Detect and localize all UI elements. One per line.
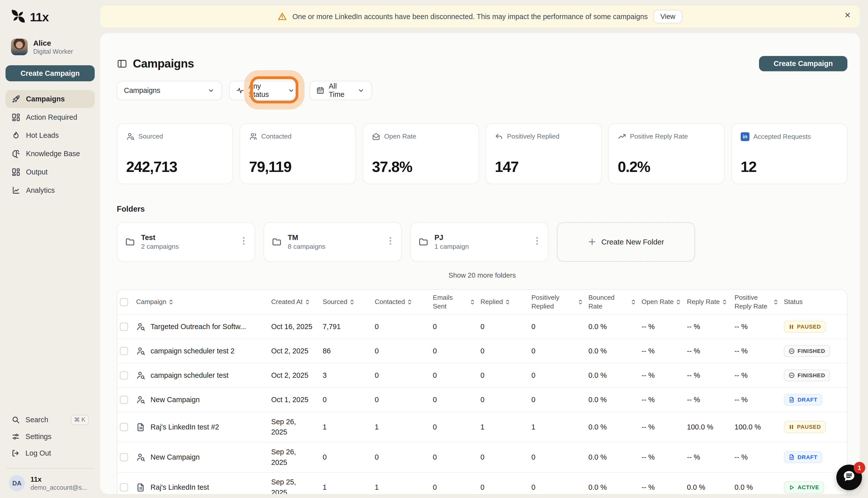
stat-label: Open Rate xyxy=(384,132,416,140)
chat-widget-button[interactable]: 1 xyxy=(837,464,862,490)
column-bounced-rate[interactable]: Bounced Rate xyxy=(588,293,642,311)
mail-open-icon xyxy=(372,132,380,141)
logout-label: Log Out xyxy=(25,449,51,457)
emails-sent-cell: 0 xyxy=(433,423,480,431)
reply-rate-cell: -- % xyxy=(687,371,735,380)
folders-row: Test 2 campaigns TM 8 campaigns xyxy=(117,222,847,262)
kebab-menu-icon[interactable] xyxy=(534,234,540,249)
table-row[interactable]: Targeted Outreach for Softw... Oct 16, 2… xyxy=(117,314,847,339)
folder-count: 2 campaigns xyxy=(141,243,179,250)
column-campaign[interactable]: Campaign xyxy=(136,298,271,306)
created-at-cell: Oct 2, 2025 xyxy=(271,370,323,381)
folder-icon xyxy=(125,237,135,247)
row-checkbox[interactable] xyxy=(120,396,128,404)
banner-message: One or more LinkedIn accounts have been … xyxy=(292,13,648,21)
sidebar-item-output[interactable]: Output xyxy=(5,163,95,181)
stat-card-sourced: Sourced 242,713 xyxy=(117,123,233,184)
column-status[interactable]: Status xyxy=(784,298,847,306)
column-sourced[interactable]: Sourced xyxy=(323,298,375,306)
sourced-cell: 0 xyxy=(323,396,375,404)
row-checkbox[interactable] xyxy=(120,371,128,380)
minus-circle-icon xyxy=(789,372,795,378)
folder-card-test[interactable]: Test 2 campaigns xyxy=(117,222,255,262)
sidebar-item-analytics[interactable]: Analytics xyxy=(5,182,95,199)
plus-icon xyxy=(588,238,596,246)
stat-value: 0.2% xyxy=(618,158,715,175)
pause-icon xyxy=(789,324,794,330)
stats-row: Sourced 242,713 Contacted 79,119 Open Ra… xyxy=(117,123,847,184)
row-checkbox[interactable] xyxy=(120,423,128,431)
file-icon xyxy=(136,483,145,492)
draft-file-icon xyxy=(789,397,795,403)
column-replied[interactable]: Replied xyxy=(480,298,531,306)
sidebar-item-hot-leads[interactable]: Hot Leads xyxy=(5,127,95,145)
kebab-menu-icon[interactable] xyxy=(241,234,247,249)
status-filter-value: Any Status xyxy=(248,82,283,99)
grid-icon xyxy=(12,168,20,176)
status-filter[interactable]: Any Status xyxy=(229,81,302,100)
table-row[interactable]: Raj's LinkedIn test Sep 25, 2025 1 1 0 0… xyxy=(117,472,847,494)
collection-select[interactable]: Campaigns xyxy=(117,81,222,100)
show-more-folders-link[interactable]: Show 20 more folders xyxy=(117,271,847,279)
row-checkbox[interactable] xyxy=(120,483,128,492)
calendar-icon xyxy=(316,87,324,94)
column-emails-sent[interactable]: Emails Sent xyxy=(433,293,480,311)
sidebar-item-action-required[interactable]: Action Required xyxy=(5,108,95,126)
table-body: Targeted Outreach for Softw... Oct 16, 2… xyxy=(117,314,847,494)
close-icon[interactable]: ✕ xyxy=(844,11,851,20)
column-created-at[interactable]: Created At xyxy=(271,298,323,306)
filters-row: Campaigns Any Status All Time xyxy=(117,81,847,100)
sidebar-item-knowledge-base[interactable]: Knowledge Base xyxy=(5,145,95,163)
column-positively-replied[interactable]: Positively Replied xyxy=(531,293,588,311)
create-campaign-button[interactable]: Create Campaign xyxy=(759,56,848,71)
kebab-menu-icon[interactable] xyxy=(387,234,393,249)
sidebar-item-search[interactable]: Search ⌘ K xyxy=(5,412,95,428)
row-checkbox[interactable] xyxy=(120,347,128,355)
table-row[interactable]: campaign scheduler test Oct 2, 2025 3 0 … xyxy=(117,363,847,387)
stat-label: Accepted Requests xyxy=(753,133,811,141)
column-contacted[interactable]: Contacted xyxy=(375,298,433,306)
status-badge: FINISHED xyxy=(784,369,830,381)
account-row[interactable]: DA 11x demo_account@s... xyxy=(5,475,95,491)
column-positive-reply-rate[interactable]: Positive Reply Rate xyxy=(735,293,784,311)
row-checkbox[interactable] xyxy=(120,323,128,331)
table-row[interactable]: New Campaign Oct 1, 2025 0 0 0 0 0 0.0 %… xyxy=(117,387,847,412)
view-button[interactable]: View xyxy=(653,10,683,23)
time-filter[interactable]: All Time xyxy=(309,81,372,100)
folder-card-tm[interactable]: TM 8 campaigns xyxy=(263,222,402,262)
panel-left-icon[interactable] xyxy=(117,58,127,69)
search-label: Search xyxy=(25,416,48,424)
stat-value: 242,713 xyxy=(126,158,223,175)
user-search-icon xyxy=(136,346,145,355)
table-row[interactable]: Raj's LinkedIn test #2 Sep 26, 2025 1 1 … xyxy=(117,412,847,442)
table-row[interactable]: campaign scheduler test 2 Oct 2, 2025 86… xyxy=(117,339,847,363)
table-row[interactable]: New Campaign Sep 26, 2025 0 0 0 0 0 0.0 … xyxy=(117,442,847,472)
replied-cell: 0 xyxy=(480,347,531,355)
stat-label: Positive Reply Rate xyxy=(630,132,688,140)
app-logo[interactable]: 11x xyxy=(5,8,95,27)
column-open-rate[interactable]: Open Rate xyxy=(642,298,687,306)
sidebar-item-settings[interactable]: Settings xyxy=(5,428,95,445)
linkedin-icon: in xyxy=(741,132,750,141)
sourced-cell: 86 xyxy=(323,347,375,355)
replied-cell: 0 xyxy=(480,483,531,492)
status-label: PAUSED xyxy=(797,324,821,330)
contacted-cell: 1 xyxy=(375,423,433,431)
collection-select-value: Campaigns xyxy=(124,86,160,95)
bounced-rate-cell: 0.0 % xyxy=(588,423,642,431)
created-at-cell: Sep 25, 2025 xyxy=(271,477,323,494)
sidebar-item-label: Output xyxy=(26,168,48,176)
folder-card-pj[interactable]: PJ 1 campaign xyxy=(410,222,548,262)
create-campaign-button-sidebar[interactable]: Create Campaign xyxy=(5,65,95,81)
column-reply-rate[interactable]: Reply Rate xyxy=(687,298,735,306)
create-new-folder-button[interactable]: Create New Folder xyxy=(557,222,695,262)
sidebar-item-logout[interactable]: Log Out xyxy=(5,445,95,461)
sidebar: 11x Alice Digital Worker Create Campaign… xyxy=(0,0,100,498)
user-search-icon xyxy=(136,453,145,462)
folder-name: PJ xyxy=(435,233,469,242)
select-all-checkbox[interactable] xyxy=(120,298,128,306)
worker-profile[interactable]: Alice Digital Worker xyxy=(5,39,95,55)
row-checkbox[interactable] xyxy=(120,453,128,461)
sidebar-item-campaigns[interactable]: Campaigns xyxy=(5,90,95,108)
sourced-cell: 7,791 xyxy=(323,323,375,331)
